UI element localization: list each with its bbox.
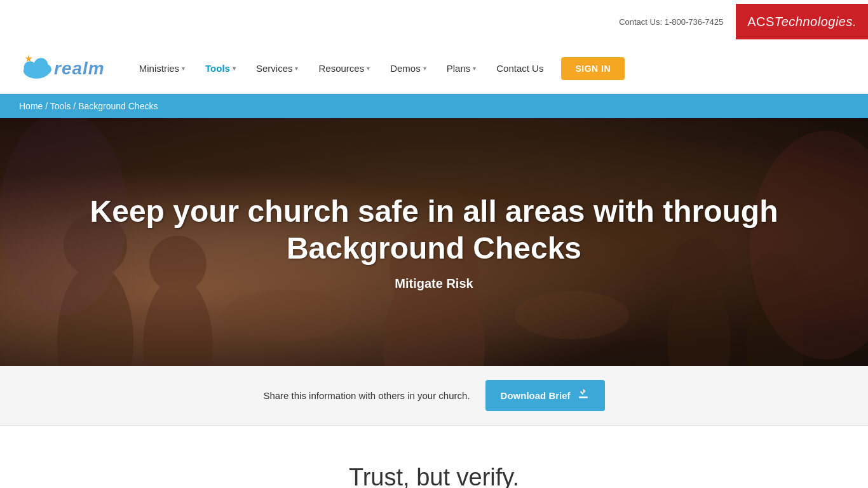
svg-point-16 xyxy=(515,291,629,339)
nav-ministries[interactable]: Ministries ▾ xyxy=(130,58,194,79)
download-bar: Share this information with others in yo… xyxy=(0,366,868,426)
hero-subtitle: Mitigate Risk xyxy=(25,276,843,291)
chevron-down-icon: ▾ xyxy=(367,65,370,72)
chevron-down-icon: ▾ xyxy=(182,65,185,72)
download-brief-button[interactable]: Download Brief xyxy=(485,380,605,411)
trust-section: Trust, but verify. xyxy=(0,426,868,488)
nav-links: Ministries ▾ Tools ▾ Services ▾ Resource… xyxy=(130,57,849,80)
nav-services[interactable]: Services ▾ xyxy=(247,58,308,79)
hero-content: Keep your church safe in all areas with … xyxy=(0,193,868,291)
navbar: realm Ministries ▾ Tools ▾ Services ▾ Re… xyxy=(0,43,868,94)
top-bar: Contact Us: 1-800-736-7425 ACSTechnologi… xyxy=(0,0,868,43)
svg-marker-4 xyxy=(25,55,32,62)
breadcrumb-bar: Home / Tools / Background Checks xyxy=(0,94,868,118)
chevron-down-icon: ▾ xyxy=(295,65,298,72)
download-bar-text: Share this information with others in yo… xyxy=(263,390,470,401)
breadcrumb-home[interactable]: Home xyxy=(19,101,43,111)
acs-logo: ACSTechnologies. xyxy=(747,15,857,29)
breadcrumb: Home / Tools / Background Checks xyxy=(19,101,158,111)
hero-section: Keep your church safe in all areas with … xyxy=(0,118,868,366)
svg-point-3 xyxy=(41,64,51,75)
hero-title: Keep your church safe in all areas with … xyxy=(25,193,843,266)
chevron-down-icon: ▾ xyxy=(233,65,236,72)
nav-resources[interactable]: Resources ▾ xyxy=(309,58,379,79)
download-icon xyxy=(577,388,590,403)
nav-plans[interactable]: Plans ▾ xyxy=(438,58,485,79)
contact-phone: Contact Us: 1-800-736-7425 xyxy=(606,12,736,32)
svg-marker-20 xyxy=(580,389,587,395)
chevron-down-icon: ▾ xyxy=(473,65,476,72)
breadcrumb-tools[interactable]: Tools xyxy=(50,101,71,111)
logo-text: realm xyxy=(54,58,105,79)
svg-point-15 xyxy=(222,290,349,341)
nav-demos[interactable]: Demos ▾ xyxy=(381,58,435,79)
breadcrumb-current: Background Checks xyxy=(78,101,158,111)
sign-in-button[interactable]: SIGN IN xyxy=(561,57,625,80)
logo-link[interactable]: realm xyxy=(19,54,105,83)
trust-title: Trust, but verify. xyxy=(19,464,849,488)
svg-rect-19 xyxy=(579,396,588,398)
nav-contact[interactable]: Contact Us xyxy=(487,58,552,79)
acs-logo-box[interactable]: ACSTechnologies. xyxy=(736,4,868,39)
realm-logo-cloud xyxy=(19,54,54,83)
download-brief-label: Download Brief xyxy=(501,390,571,401)
chevron-down-icon: ▾ xyxy=(423,65,426,72)
nav-tools[interactable]: Tools ▾ xyxy=(196,58,245,79)
